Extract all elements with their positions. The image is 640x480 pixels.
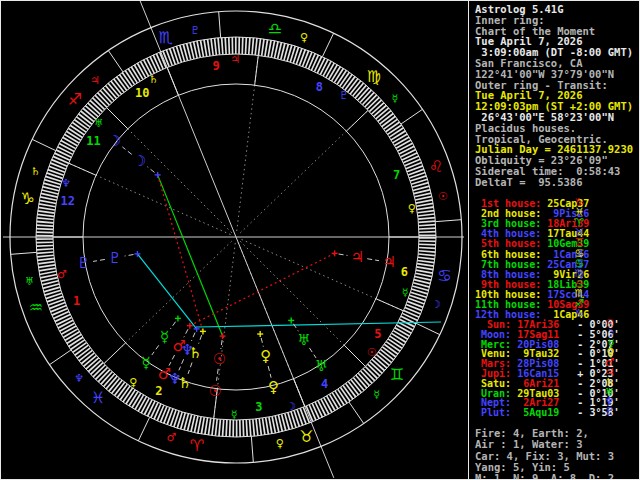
- window-border: [0, 0, 640, 480]
- astrolog-window: ♈♉♊♋♌♍♎♏♐♑♒♓☉☿♀♇♃♄♅♆♂♀☿☽123456789101112♂…: [0, 0, 640, 480]
